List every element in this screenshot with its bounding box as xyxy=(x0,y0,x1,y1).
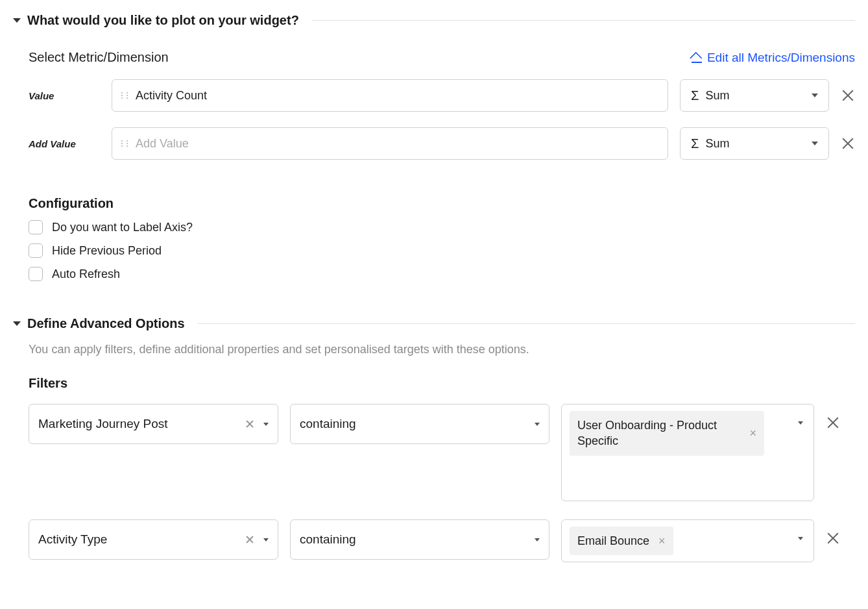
chevron-down-icon xyxy=(263,538,269,541)
filter-value-select[interactable]: User Onboarding - Product Specific × xyxy=(561,404,814,501)
remove-row-button[interactable] xyxy=(841,136,855,151)
chevron-down-icon xyxy=(812,93,818,97)
filter-field-select[interactable]: Activity Type xyxy=(29,519,278,560)
row-label-add-value: Add Value xyxy=(29,138,100,149)
chevron-down-icon xyxy=(263,423,269,426)
remove-filter-button[interactable] xyxy=(826,531,840,545)
filter-operator-select[interactable]: containing xyxy=(290,519,549,560)
metric-value: Activity Count xyxy=(136,89,207,103)
filter-operator-value: containing xyxy=(300,417,356,431)
sigma-icon: Σ xyxy=(691,88,699,103)
filter-value-select[interactable]: Email Bounce × xyxy=(561,519,814,562)
config-option-label: Do you want to Label Axis? xyxy=(52,221,193,234)
advanced-section-title: Define Advanced Options xyxy=(27,316,185,331)
aggregation-select[interactable]: Σ Sum xyxy=(680,127,829,160)
metric-row: Add Value Add Value Σ Sum xyxy=(29,127,855,160)
edit-all-text: Edit all Metrics/Dimensions xyxy=(707,51,855,65)
remove-tag-button[interactable]: × xyxy=(749,427,756,439)
chevron-down-icon xyxy=(812,142,818,145)
chevron-down-icon xyxy=(535,538,540,541)
filter-row: Marketing Journey Post containing User O… xyxy=(29,404,855,501)
remove-filter-button[interactable] xyxy=(826,416,840,430)
filter-value-tag: User Onboarding - Product Specific × xyxy=(570,411,764,456)
plot-section-title: What would you like to plot on your widg… xyxy=(27,13,299,28)
filter-value-text: User Onboarding - Product Specific xyxy=(577,417,740,449)
config-option: Hide Previous Period xyxy=(29,243,855,258)
filters-title: Filters xyxy=(29,376,855,391)
edit-all-metrics-link[interactable]: Edit all Metrics/Dimensions xyxy=(692,51,855,65)
chevron-down-icon xyxy=(798,537,803,540)
metric-placeholder: Add Value xyxy=(136,137,189,151)
filter-row: Activity Type containing Email Bounce × xyxy=(29,519,855,562)
aggregation-value: Sum xyxy=(705,89,729,103)
clear-field-button[interactable] xyxy=(245,535,254,544)
divider xyxy=(312,20,855,21)
config-option-label: Auto Refresh xyxy=(52,267,120,281)
chevron-down-icon xyxy=(798,421,803,425)
metric-input[interactable]: Activity Count xyxy=(112,79,668,112)
metric-row: Value Activity Count Σ Sum xyxy=(29,79,855,112)
filter-value-tag: Email Bounce × xyxy=(570,527,673,555)
remove-row-button[interactable] xyxy=(841,88,855,103)
filter-value-text: Email Bounce xyxy=(577,533,649,549)
config-option: Auto Refresh xyxy=(29,267,855,281)
advanced-section-header[interactable]: Define Advanced Options xyxy=(13,316,855,331)
configuration-title: Configuration xyxy=(29,196,855,211)
filter-operator-select[interactable]: containing xyxy=(290,404,549,444)
aggregation-select[interactable]: Σ Sum xyxy=(680,79,829,112)
filter-operator-value: containing xyxy=(300,532,356,547)
filter-field-value: Marketing Journey Post xyxy=(38,417,168,431)
chevron-down-icon xyxy=(535,423,540,426)
checkbox-auto-refresh[interactable] xyxy=(29,267,43,281)
edit-icon xyxy=(692,53,702,63)
drag-handle-icon[interactable] xyxy=(121,92,128,99)
clear-field-button[interactable] xyxy=(245,419,254,429)
row-label-value: Value xyxy=(29,90,100,101)
remove-tag-button[interactable]: × xyxy=(658,535,666,547)
advanced-description: You can apply filters, define additional… xyxy=(29,343,855,356)
select-metric-label: Select Metric/Dimension xyxy=(29,50,169,65)
plot-section-header[interactable]: What would you like to plot on your widg… xyxy=(13,13,855,28)
divider xyxy=(198,323,855,324)
caret-down-icon xyxy=(13,321,21,326)
config-option-label: Hide Previous Period xyxy=(52,244,162,258)
filter-field-value: Activity Type xyxy=(38,532,107,547)
aggregation-value: Sum xyxy=(705,137,729,151)
filter-field-select[interactable]: Marketing Journey Post xyxy=(29,404,278,444)
caret-down-icon xyxy=(13,18,21,23)
checkbox-hide-previous[interactable] xyxy=(29,243,43,258)
config-option: Do you want to Label Axis? xyxy=(29,220,855,234)
sigma-icon: Σ xyxy=(691,136,699,151)
drag-handle-icon[interactable] xyxy=(121,140,128,147)
metric-input[interactable]: Add Value xyxy=(112,127,668,160)
checkbox-label-axis[interactable] xyxy=(29,220,43,234)
